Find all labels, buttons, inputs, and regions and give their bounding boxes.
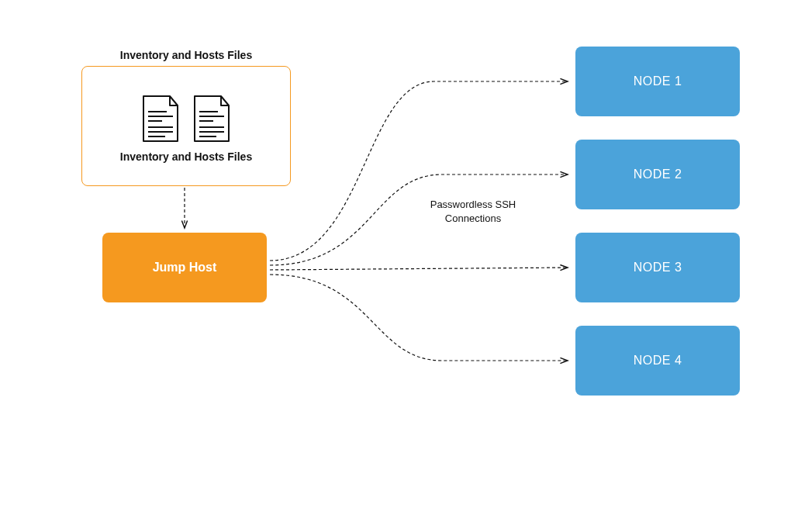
ssh-connections-label: Passwordless SSH Connections [407,198,539,226]
node-2-box: NODE 2 [575,140,740,209]
arrow-jumphost-to-node4 [270,275,568,361]
document-icon [140,95,181,143]
files-label-inside: Inventory and Hosts Files [120,150,252,163]
node-2-label: NODE 2 [634,168,682,181]
node-1-box: NODE 1 [575,47,740,116]
jump-host-label: Jump Host [153,261,217,275]
inventory-files-box: Inventory and Hosts Files [81,66,291,186]
node-1-label: NODE 1 [634,74,682,88]
node-3-label: NODE 3 [634,261,682,275]
document-icon [192,95,232,143]
node-4-label: NODE 4 [634,354,682,368]
node-4-box: NODE 4 [575,326,740,396]
node-3-box: NODE 3 [575,233,740,302]
arrow-jumphost-to-node3 [270,268,568,270]
jump-host-box: Jump Host [102,233,267,302]
document-icons-group [140,95,232,143]
arrow-jumphost-to-node1 [270,81,568,261]
files-title-outer: Inventory and Hosts Files [81,49,291,61]
